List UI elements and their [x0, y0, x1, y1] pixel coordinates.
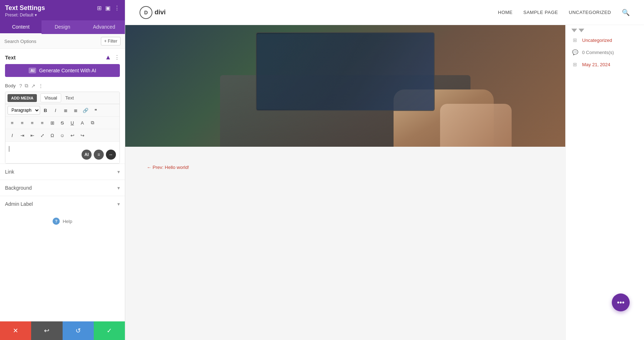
underline-button[interactable]: U: [68, 118, 77, 127]
date-meta: ⊞ May 21, 2024: [571, 61, 638, 68]
panel-preset[interactable]: Preset: Default ▾: [5, 13, 120, 18]
category-text: Uncategorized: [582, 38, 612, 43]
text-color-button[interactable]: A: [78, 118, 87, 127]
right-sidebar: ⊞ Uncategorized 💬 0 Comments(s) ⊞ May 21…: [565, 25, 644, 340]
help-row[interactable]: ? Help: [0, 212, 125, 230]
tab-content[interactable]: Content: [0, 20, 42, 34]
link-title: Link: [5, 169, 14, 175]
editor-floating-icons: AI ≡ ↔: [82, 150, 116, 160]
toolbar-row-3: I ⇥ ⇤ ⤢ Ω ☺ ↩ ↪: [5, 129, 119, 142]
background-section: Background ▾: [0, 180, 125, 196]
paste-button[interactable]: ⧉: [88, 118, 97, 127]
ai-float-icon[interactable]: AI: [82, 150, 92, 160]
hero-image: [125, 25, 565, 147]
search-nav-icon[interactable]: 🔍: [622, 9, 630, 16]
split-icon[interactable]: ▣: [105, 5, 111, 11]
admin-label-section: Admin Label ▾: [0, 196, 125, 212]
link-section: Link ▾: [0, 164, 125, 180]
omega-button[interactable]: Ω: [48, 131, 57, 140]
help-circle-icon[interactable]: ?: [19, 83, 22, 89]
quote-button[interactable]: ❝: [91, 106, 100, 115]
add-media-button[interactable]: ADD MEDIA: [8, 94, 37, 102]
emoji-button[interactable]: ☺: [58, 131, 67, 140]
redo-button[interactable]: ↺: [63, 321, 94, 340]
content-post-area: ← Prev: Hello world!: [125, 147, 565, 254]
toolbar-row-1: Paragraph B I ≣ ≣ 🔗 ❝: [5, 104, 119, 117]
italic-button[interactable]: I: [51, 106, 60, 115]
filter-button[interactable]: + Filter: [101, 37, 121, 45]
italic2-button[interactable]: I: [8, 131, 17, 140]
align-left-button[interactable]: ≡: [8, 118, 17, 127]
undo-button[interactable]: ↩: [31, 321, 62, 340]
admin-label-title: Admin Label: [5, 201, 33, 207]
more-icon[interactable]: ⋮: [114, 5, 120, 11]
nav-sample-page[interactable]: SAMPLE PAGE: [523, 10, 558, 15]
strike-button[interactable]: S: [58, 118, 67, 127]
text-tab[interactable]: Text: [62, 94, 78, 102]
help-label: Help: [63, 219, 72, 224]
align-justify-button[interactable]: ≡: [38, 118, 47, 127]
fab-button[interactable]: •••: [612, 293, 630, 311]
sidebar-arrows: [571, 29, 638, 32]
outdent-button[interactable]: ⇤: [28, 131, 37, 140]
bold-button[interactable]: B: [41, 106, 50, 115]
close-button[interactable]: ✕: [0, 321, 31, 340]
preview-body: ← Prev: Hello world! ⊞ Uncategorized 💬 0…: [125, 25, 644, 340]
site-nav-links: HOME SAMPLE PAGE UNCATEGORIZED 🔍: [498, 9, 630, 16]
settings-float-icon[interactable]: ≡: [94, 150, 104, 160]
tab-advanced[interactable]: Advanced: [83, 20, 125, 34]
nav-uncategorized[interactable]: UNCATEGORIZED: [569, 10, 611, 15]
search-input[interactable]: [4, 39, 101, 44]
site-nav: D divi HOME SAMPLE PAGE UNCATEGORIZED 🔍: [125, 0, 644, 25]
arrow-annotation: [104, 303, 125, 321]
arrow-down-1: [571, 29, 577, 32]
panel-header: Text Settings ⊞ ▣ ⋮ Preset: Default ▾: [0, 0, 125, 20]
settings-icon[interactable]: ⊞: [97, 5, 102, 11]
date-text: May 21, 2024: [582, 62, 610, 67]
more-body-icon[interactable]: ⋮: [38, 83, 43, 89]
date-icon: ⊞: [571, 61, 579, 68]
fullscreen-button[interactable]: ⤢: [38, 131, 47, 140]
section-actions: ▲ ⋮: [105, 54, 120, 61]
background-section-header[interactable]: Background ▾: [0, 180, 125, 196]
link-button[interactable]: 🔗: [81, 106, 90, 115]
toolbar-row-2: ≡ ≡ ≡ ≡ ⊞ S U A ⧉: [5, 117, 119, 129]
section-more-icon[interactable]: ⋮: [114, 54, 120, 61]
align-center-button[interactable]: ≡: [18, 118, 27, 127]
redo-button[interactable]: ↪: [78, 131, 87, 140]
editor-top-bar: ADD MEDIA Visual Text: [5, 92, 119, 104]
indent-button[interactable]: ⇥: [18, 131, 27, 140]
undo-button[interactable]: ↩: [68, 131, 77, 140]
collapse-icon[interactable]: ▲: [105, 54, 111, 61]
editor-cursor: [9, 146, 9, 152]
nav-home[interactable]: HOME: [498, 10, 513, 15]
tab-design[interactable]: Design: [42, 20, 83, 34]
arrow-icon[interactable]: ↗: [31, 83, 35, 89]
visual-tab[interactable]: Visual: [40, 93, 61, 102]
ai-badge: AI: [29, 68, 36, 73]
admin-label-section-header[interactable]: Admin Label ▾: [0, 196, 125, 212]
ai-button-label: Generate Content With AI: [39, 68, 96, 73]
link-section-header[interactable]: Link ▾: [0, 164, 125, 180]
help-icon: ?: [53, 218, 60, 225]
editor-wrap: ADD MEDIA Visual Text Paragraph B I ≣ ≣ …: [5, 92, 120, 164]
paragraph-select[interactable]: Paragraph: [8, 106, 40, 115]
arrow-down-2: [579, 29, 584, 32]
prev-link[interactable]: ← Prev: Hello world!: [147, 165, 189, 170]
background-title: Background: [5, 185, 32, 191]
left-panel: Text Settings ⊞ ▣ ⋮ Preset: Default ▾ Co…: [0, 0, 125, 340]
copy-icon[interactable]: ⧉: [25, 83, 28, 89]
align-right-button[interactable]: ≡: [28, 118, 37, 127]
save-button[interactable]: ✓: [94, 321, 125, 340]
comments-icon: 💬: [571, 49, 579, 56]
link-chevron-icon: ▾: [117, 169, 120, 175]
main-preview: D divi HOME SAMPLE PAGE UNCATEGORIZED 🔍: [125, 0, 644, 340]
expand-float-icon[interactable]: ↔: [106, 150, 116, 160]
body-label: Body: [5, 83, 16, 88]
category-meta: ⊞ Uncategorized: [571, 37, 638, 44]
editor-body[interactable]: AI ≡ ↔: [5, 142, 119, 163]
ul-button[interactable]: ≣: [61, 106, 70, 115]
table-button[interactable]: ⊞: [48, 118, 57, 127]
ai-generate-button[interactable]: AI Generate Content With AI: [5, 64, 120, 77]
ol-button[interactable]: ≣: [71, 106, 80, 115]
